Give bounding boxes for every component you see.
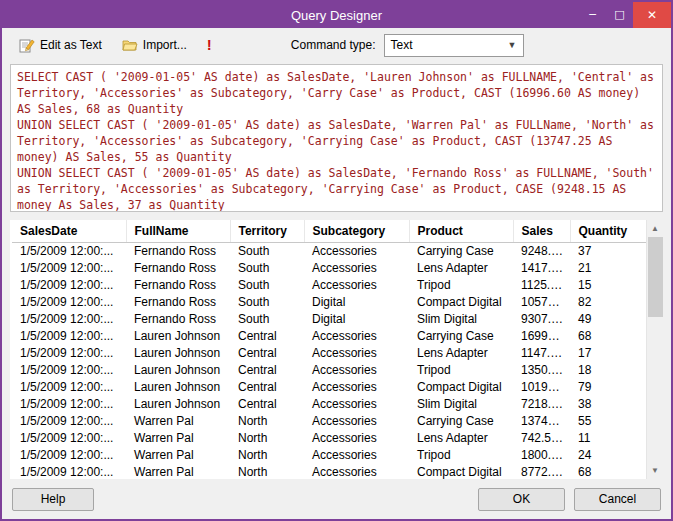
table-row[interactable]: 1/5/2009 12:00:...Lauren JohnsonCentralA… — [12, 395, 646, 412]
table-cell: South — [230, 276, 304, 293]
table-cell: Fernando Ross — [126, 259, 230, 276]
verify-sql-button[interactable]: ! — [200, 33, 219, 57]
table-row[interactable]: 1/5/2009 12:00:...Lauren JohnsonCentralA… — [12, 378, 646, 395]
table-row[interactable]: 1/5/2009 12:00:...Warren PalNorthAccesso… — [12, 463, 646, 479]
table-cell: Fernando Ross — [126, 242, 230, 259]
window-controls: ─ □ ✕ — [579, 2, 671, 28]
table-row[interactable]: 1/5/2009 12:00:...Fernando RossSouthDigi… — [12, 310, 646, 327]
scroll-down-icon[interactable]: ▼ — [647, 462, 664, 479]
table-row[interactable]: 1/5/2009 12:00:...Warren PalNorthAccesso… — [12, 429, 646, 446]
column-header[interactable]: Product — [409, 220, 513, 242]
column-header[interactable]: FullName — [126, 220, 230, 242]
table-cell: Lens Adapter — [409, 344, 513, 361]
ok-button[interactable]: OK — [478, 488, 565, 511]
minimize-button[interactable]: ─ — [579, 2, 606, 28]
edit-as-text-button[interactable]: Edit as Text — [12, 33, 109, 57]
table-cell: Warren Pal — [126, 412, 230, 429]
table-cell: South — [230, 293, 304, 310]
table-cell: 1/5/2009 12:00:... — [12, 242, 126, 259]
scroll-up-icon[interactable]: ▲ — [647, 220, 664, 237]
table-cell: Lauren Johnson — [126, 344, 230, 361]
maximize-button[interactable]: □ — [606, 2, 633, 28]
table-cell: Accessories — [304, 259, 409, 276]
table-cell: 10578.0000 — [513, 293, 570, 310]
table-cell: Tripod — [409, 276, 513, 293]
table-cell: Accessories — [304, 463, 409, 479]
table-cell: Central — [230, 361, 304, 378]
import-label: Import... — [143, 38, 187, 52]
table-row[interactable]: 1/5/2009 12:00:...Fernando RossSouthAcce… — [12, 242, 646, 259]
table-cell: Accessories — [304, 344, 409, 361]
table-cell: Central — [230, 327, 304, 344]
vertical-scrollbar[interactable]: ▲ ▼ — [646, 220, 663, 479]
table-cell: 9307.5500 — [513, 310, 570, 327]
table-cell: Lens Adapter — [409, 429, 513, 446]
table-cell: 1/5/2009 12:00:... — [12, 276, 126, 293]
table-row[interactable]: 1/5/2009 12:00:...Fernando RossSouthAcce… — [12, 259, 646, 276]
table-cell: Lauren Johnson — [126, 361, 230, 378]
import-button[interactable]: Import... — [115, 33, 194, 57]
sql-text: SELECT CAST ( '2009-01-05' AS date) as S… — [11, 65, 662, 212]
sql-text-area[interactable]: SELECT CAST ( '2009-01-05' AS date) as S… — [10, 64, 663, 212]
results-grid: SalesDateFullNameTerritorySubcategoryPro… — [10, 220, 663, 479]
chevron-down-icon: ▼ — [508, 40, 517, 50]
column-header[interactable]: Territory — [230, 220, 304, 242]
table-cell: 7218.1000 — [513, 395, 570, 412]
window-title: Query Designer — [291, 8, 382, 23]
table-cell: Carrying Case — [409, 412, 513, 429]
table-cell: Central — [230, 395, 304, 412]
open-folder-icon — [122, 37, 138, 53]
table-cell: Compact Digital — [409, 293, 513, 310]
table-cell: Central — [230, 378, 304, 395]
table-row[interactable]: 1/5/2009 12:00:...Lauren JohnsonCentralA… — [12, 327, 646, 344]
table-cell: 1/5/2009 12:00:... — [12, 310, 126, 327]
table-cell: 1/5/2009 12:00:... — [12, 378, 126, 395]
titlebar: Query Designer ─ □ ✕ — [2, 2, 671, 28]
column-header[interactable]: Quantity — [570, 220, 646, 242]
table-cell: Fernando Ross — [126, 293, 230, 310]
table-cell: Warren Pal — [126, 429, 230, 446]
table-cell: Warren Pal — [126, 463, 230, 479]
table-row[interactable]: 1/5/2009 12:00:...Lauren JohnsonCentralA… — [12, 361, 646, 378]
table-cell: Accessories — [304, 446, 409, 463]
table-cell: South — [230, 259, 304, 276]
scrollbar-thumb[interactable] — [648, 237, 663, 317]
table-cell: 18 — [570, 361, 646, 378]
table-row[interactable]: 1/5/2009 12:00:...Fernando RossSouthAcce… — [12, 276, 646, 293]
command-type-dropdown[interactable]: Text ▼ — [384, 34, 524, 57]
column-header[interactable]: Sales — [513, 220, 570, 242]
footer: Help OK Cancel — [2, 479, 671, 519]
column-header[interactable]: Subcategory — [304, 220, 409, 242]
column-header[interactable]: SalesDate — [12, 220, 126, 242]
table-cell: Accessories — [304, 378, 409, 395]
table-cell: 1/5/2009 12:00:... — [12, 361, 126, 378]
table-cell: 21 — [570, 259, 646, 276]
table-cell: 1/5/2009 12:00:... — [12, 412, 126, 429]
table-cell: 10191.0000 — [513, 378, 570, 395]
table-cell: 1/5/2009 12:00:... — [12, 395, 126, 412]
results-table[interactable]: SalesDateFullNameTerritorySubcategoryPro… — [12, 220, 646, 479]
query-designer-window: Query Designer ─ □ ✕ Edit as Text — [0, 0, 673, 521]
table-cell: Fernando Ross — [126, 310, 230, 327]
table-cell: 15 — [570, 276, 646, 293]
table-cell: 38 — [570, 395, 646, 412]
table-row[interactable]: 1/5/2009 12:00:...Warren PalNorthAccesso… — [12, 412, 646, 429]
pencil-icon — [19, 37, 35, 53]
table-cell: 1417.5000 — [513, 259, 570, 276]
table-cell: South — [230, 242, 304, 259]
table-row[interactable]: 1/5/2009 12:00:...Warren PalNorthAccesso… — [12, 446, 646, 463]
table-cell: North — [230, 429, 304, 446]
table-cell: Digital — [304, 310, 409, 327]
cancel-button[interactable]: Cancel — [574, 488, 661, 511]
results-header-row: SalesDateFullNameTerritorySubcategoryPro… — [12, 220, 646, 242]
table-cell: 1/5/2009 12:00:... — [12, 446, 126, 463]
table-row[interactable]: 1/5/2009 12:00:...Fernando RossSouthDigi… — [12, 293, 646, 310]
help-button[interactable]: Help — [12, 488, 94, 511]
table-cell: Accessories — [304, 412, 409, 429]
table-cell: Lauren Johnson — [126, 327, 230, 344]
table-row[interactable]: 1/5/2009 12:00:...Lauren JohnsonCentralA… — [12, 344, 646, 361]
close-button[interactable]: ✕ — [633, 2, 671, 28]
table-cell: Carrying Case — [409, 242, 513, 259]
table-cell: 24 — [570, 446, 646, 463]
scrollbar-track[interactable] — [647, 237, 664, 462]
